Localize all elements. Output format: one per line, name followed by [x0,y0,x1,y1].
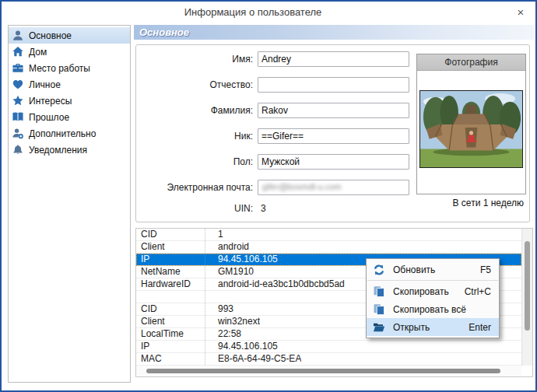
title-bar: Информация о пользователе × [2,2,535,23]
table-row-key [136,291,205,303]
photo-header: Фотография [417,54,525,71]
context-menu: Обновить F5 Скопировать Ctrl+C Скопирова… [366,258,500,338]
person-plus-icon [12,128,24,139]
email-label: Электронная почта: [136,180,253,195]
sidebar-item-dom[interactable]: Дом [9,44,130,60]
menu-item-label: Скопировать [393,286,449,297]
table-row-value: 22:58 [205,328,241,340]
table-row-key: HardwareID [136,278,205,290]
uin-value: 3 [261,201,266,216]
email-field[interactable] [258,180,409,195]
person-icon [12,30,24,41]
table-row-key: MAC [136,353,205,365]
sidebar-item-label: Прошлое [29,112,69,123]
table-row-key: IP [136,341,205,352]
sidebar-item-proshloe[interactable]: Прошлое [9,109,130,125]
sidebar-item-label: Личное [29,79,61,90]
table-row[interactable]: IP94.45.106.105 [136,341,521,353]
heart-icon [12,79,24,90]
menu-item-open[interactable]: Открыть Enter [367,318,499,336]
nick-label: Ник: [136,128,253,144]
vertical-scrollbar[interactable] [521,229,532,366]
table-row-value: android-id-ea3bc1b0dbcbd5ad [205,278,345,290]
nick-field[interactable] [258,128,409,144]
menu-item-shortcut: Enter [469,322,491,333]
basic-info-groupbox: Имя: Отчество: Фамилия: Ник: Пол: Электр… [135,44,530,222]
sidebar-item-label: Интересы [29,96,72,107]
sidebar-item-uvedomleniya[interactable]: Уведомления [9,142,130,158]
copy-icon [373,285,385,298]
table-row-key: Client [136,241,205,253]
table-row[interactable]: CID1 [136,229,521,241]
star-icon [12,95,24,107]
close-icon[interactable]: × [514,5,528,19]
book-icon [12,111,24,123]
table-row-value: GM1910 [205,266,254,278]
table-row-key: CID [136,229,205,240]
table-row-value: 993 [205,303,233,315]
sidebar-item-interesy[interactable]: Интересы [9,93,130,109]
user-photo [419,90,523,168]
home-icon [12,46,24,58]
sidebar-item-mesto-raboty[interactable]: Место работы [9,60,130,76]
gender-label: Пол: [136,154,253,170]
sidebar-item-osnovnoe[interactable]: Основное [9,27,130,44]
sidebar-item-label: Основное [29,30,72,41]
sidebar-item-label: Дом [29,47,47,58]
sidebar-item-lichnoe[interactable]: Личное [9,76,130,93]
online-status: В сети 1 неделю [453,198,524,208]
sidebar-item-dopolnitelno[interactable]: Дополнительно [9,125,130,142]
table-row-key: LocalTime [136,328,205,340]
table-row-value: 94.45.106.105 [205,341,278,352]
menu-item-shortcut: F5 [480,264,491,275]
sidebar-item-label: Место работы [29,63,90,74]
vertical-scrollbar-thumb[interactable] [525,241,530,331]
table-row[interactable]: MACE8-6A-64-49-C5-EA [136,353,521,366]
table-row-key: CID [136,303,205,315]
menu-item-label: Открыть [393,322,430,333]
table-row[interactable]: Clientandroid [136,241,521,254]
table-row-value: 94.45.106.105 [205,254,278,265]
refresh-icon [373,264,385,276]
section-header: Основное [134,25,534,40]
table-row-value: win32next [205,316,260,327]
menu-item-label: Скопировать всё [393,304,466,315]
gender-field[interactable] [258,154,409,170]
name-field[interactable] [258,51,409,67]
name-label: Имя: [136,51,253,67]
menu-item-copy-all[interactable]: Скопировать всё [367,300,499,318]
table-row-value: 1 [205,229,223,240]
category-sidebar: Основное Дом Место работы Личное Интерес… [8,25,131,383]
user-info-dialog: Информация о пользователе × Основное Дом… [0,0,537,392]
surname-label: Фамилия: [136,103,253,118]
open-folder-icon [373,321,385,334]
copy-icon [373,303,385,316]
briefcase-icon [12,62,24,74]
menu-item-shortcut: Ctrl+C [465,286,491,297]
table-row-key: NetName [136,266,205,278]
sidebar-item-label: Дополнительно [29,128,96,139]
bell-icon [12,144,24,156]
surname-field[interactable] [258,103,409,118]
photo-panel: Фотография [416,54,526,194]
menu-separator [367,280,498,281]
horizontal-scrollbar-thumb[interactable] [146,369,500,373]
menu-item-refresh[interactable]: Обновить F5 [367,261,499,278]
dialog-title: Информация о пользователе [2,6,504,18]
table-row-key: IP [136,254,205,265]
table-row-value: E8-6A-64-49-C5-EA [205,353,301,365]
table-row-key: Client [136,316,205,327]
middle-name-label: Отчество: [136,77,253,93]
horizontal-scrollbar[interactable] [136,366,521,376]
menu-item-copy[interactable]: Скопировать Ctrl+C [367,282,499,300]
middle-name-field[interactable] [258,77,409,93]
uin-label: UIN: [136,201,253,216]
table-row-value: android [205,241,249,253]
table-row-value [205,291,218,303]
sidebar-item-label: Уведомления [29,145,87,156]
menu-item-label: Обновить [393,264,435,275]
